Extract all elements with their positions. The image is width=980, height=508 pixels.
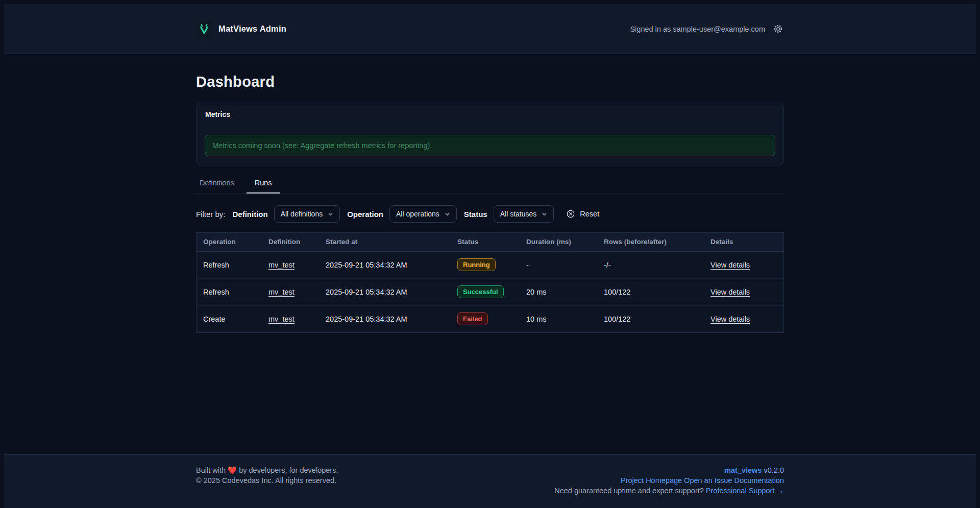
footer-left: Built with ❤️ by developers, for develop… (196, 465, 338, 486)
circle-x-icon (566, 209, 575, 219)
chevron-down-icon (445, 211, 450, 217)
status-filter-label: Status (464, 210, 487, 219)
definition-link[interactable]: mv_test (268, 315, 295, 323)
chevron-down-icon (328, 211, 333, 217)
status-cell: Successful (451, 278, 520, 305)
chevron-down-icon (542, 211, 547, 217)
reset-label: Reset (580, 210, 599, 218)
definition-filter-label: Definition (233, 210, 268, 219)
built-with-suffix: by developers, for developers. (239, 466, 338, 474)
definition-link[interactable]: mv_test (268, 288, 295, 296)
status-cell: Failed (451, 305, 520, 332)
brand: MatViews Admin (196, 21, 286, 37)
signed-in-text: Signed in as sample-user@example.com (630, 25, 765, 33)
definition-cell: mv_test (262, 305, 319, 332)
rows-cell: -/- (597, 251, 704, 278)
built-with-prefix: Built with (196, 466, 226, 474)
tab-runs[interactable]: Runs (247, 177, 280, 193)
app-footer: Built with ❤️ by developers, for develop… (4, 454, 976, 508)
column-header: Definition (262, 233, 319, 251)
status-badge: Failed (457, 312, 488, 325)
operation-filter-select[interactable]: All operations (389, 205, 457, 223)
filter-bar: Filter by: Definition All definitions Op… (196, 205, 784, 223)
started-at-cell: 2025-09-21 05:34:32 AM (319, 305, 451, 332)
details-cell: View details (704, 305, 783, 332)
started-at-cell: 2025-09-21 05:34:32 AM (319, 278, 451, 305)
column-header: Operation (197, 233, 262, 251)
status-cell: Running (451, 251, 520, 278)
view-details-link[interactable]: View details (710, 261, 750, 269)
page-title: Dashboard (196, 74, 784, 90)
column-header: Rows (before/after) (597, 233, 704, 251)
column-header: Status (451, 233, 520, 251)
started-at-cell: 2025-09-21 05:34:32 AM (319, 251, 451, 278)
duration-cell: - (520, 251, 597, 278)
footer-link-project-homepage[interactable]: Project Homepage (621, 476, 682, 485)
support-line: Need guaranteed uptime and expert suppor… (554, 486, 784, 496)
settings-gear-icon[interactable] (772, 23, 784, 35)
view-details-link[interactable]: View details (710, 288, 750, 296)
status-filter-value: All statuses (500, 210, 537, 218)
reset-filters-button[interactable]: Reset (566, 209, 599, 219)
metrics-card: Metrics Metrics coming soon (see: Aggreg… (196, 103, 784, 165)
operation-filter-value: All operations (396, 210, 439, 218)
tab-definitions[interactable]: Definitions (191, 177, 242, 193)
footer-link-documentation[interactable]: Documentation (734, 476, 784, 485)
definition-filter-select[interactable]: All definitions (274, 205, 340, 223)
definition-filter-value: All definitions (281, 210, 323, 218)
operation-cell: Create (197, 305, 262, 332)
duration-cell: 10 ms (520, 305, 597, 332)
column-header: Duration (ms) (520, 233, 597, 251)
heart-icon: ❤️ (228, 466, 237, 474)
column-header: Details (704, 233, 783, 251)
view-details-link[interactable]: View details (710, 315, 750, 323)
rows-cell: 100/122 (597, 278, 704, 305)
duration-cell: 20 ms (520, 278, 597, 305)
definition-cell: mv_test (262, 278, 319, 305)
operation-filter-label: Operation (347, 210, 383, 219)
column-header: Started at (319, 233, 451, 251)
runs-table: OperationDefinitionStarted atStatusDurat… (196, 232, 784, 333)
details-cell: View details (704, 251, 783, 278)
footer-links: Project Homepage Open an Issue Documenta… (554, 475, 784, 486)
rows-cell: 100/122 (597, 305, 704, 332)
app-name-link[interactable]: mat_views (724, 466, 762, 474)
main-content: Dashboard Metrics Metrics coming soon (s… (0, 54, 980, 454)
metrics-card-body: Metrics coming soon (see: Aggregate refr… (197, 126, 783, 165)
status-badge: Successful (457, 285, 504, 298)
status-filter-select[interactable]: All statuses (494, 205, 554, 223)
tab-bar: DefinitionsRuns (196, 177, 784, 193)
built-with-text: Built with ❤️ by developers, for develop… (196, 465, 338, 475)
details-cell: View details (704, 278, 783, 305)
copyright-text: © 2025 Codevedas Inc. All rights reserve… (196, 475, 338, 486)
operation-cell: Refresh (197, 251, 262, 278)
metrics-card-title: Metrics (197, 103, 783, 126)
operation-cell: Refresh (197, 278, 262, 305)
table-row: Refreshmv_test2025-09-21 05:34:32 AMRunn… (197, 251, 783, 278)
table-row: Createmv_test2025-09-21 05:34:32 AMFaile… (197, 305, 783, 332)
footer-right: mat_views v0.2.0 Project Homepage Open a… (554, 465, 784, 496)
professional-support-link[interactable]: Professional Support → (706, 487, 784, 495)
footer-link-open-an-issue[interactable]: Open an Issue (684, 476, 732, 485)
support-question: Need guaranteed uptime and expert suppor… (554, 487, 704, 495)
filter-by-label: Filter by: (196, 210, 226, 219)
brand-name: MatViews Admin (218, 24, 286, 34)
version-text: v0.2.0 (764, 466, 785, 474)
status-badge: Running (457, 258, 496, 271)
table-row: Refreshmv_test2025-09-21 05:34:32 AMSucc… (197, 278, 783, 305)
definition-cell: mv_test (262, 251, 319, 278)
table-header-row: OperationDefinitionStarted atStatusDurat… (197, 233, 783, 251)
app-header: MatViews Admin Signed in as sample-user@… (4, 4, 976, 54)
v-logo-icon (196, 21, 212, 37)
metrics-coming-soon-notice: Metrics coming soon (see: Aggregate refr… (205, 135, 775, 156)
version-line: mat_views v0.2.0 (554, 465, 784, 475)
definition-link[interactable]: mv_test (268, 261, 295, 269)
